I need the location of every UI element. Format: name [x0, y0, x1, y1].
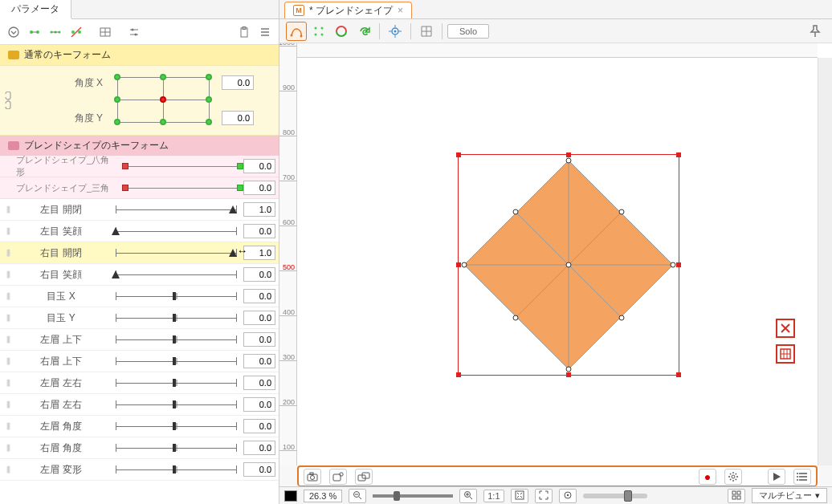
drag-handle-icon[interactable]: ⦀	[3, 399, 13, 410]
drag-handle-icon[interactable]: ⦀	[3, 312, 13, 323]
settings-button[interactable]	[724, 469, 742, 485]
parameter-slider[interactable]: ↔	[112, 246, 240, 259]
menu-icon[interactable]	[256, 23, 274, 41]
curve-tool-icon[interactable]	[331, 22, 352, 41]
parameter-row[interactable]: ⦀目玉 X	[0, 286, 279, 307]
parameter-value[interactable]	[243, 289, 275, 303]
drag-handle-icon[interactable]: ⦀	[3, 204, 13, 215]
color-swatch[interactable]	[284, 490, 297, 502]
slider-thumb[interactable]	[112, 227, 120, 235]
mesh-point[interactable]	[671, 262, 676, 268]
mesh-point[interactable]	[619, 209, 625, 215]
target-tool-icon[interactable]	[385, 22, 406, 41]
node-tool-icon[interactable]	[308, 22, 329, 41]
grid-snap-icon[interactable]	[416, 22, 437, 41]
focus-button[interactable]	[559, 489, 577, 503]
add-3point-icon[interactable]	[47, 23, 64, 41]
vertical-scrollbar[interactable]	[818, 58, 832, 465]
zoom-value[interactable]: 26.3 %	[304, 490, 342, 502]
parameter-value[interactable]	[243, 462, 275, 477]
tab-parameters[interactable]: パラメータ	[0, 0, 71, 19]
slider-thumb[interactable]	[171, 291, 177, 301]
parameter-slider[interactable]	[112, 225, 240, 238]
add-2point-icon[interactable]	[26, 23, 43, 41]
parameter-slider[interactable]	[112, 355, 240, 368]
parameter-row[interactable]: ⦀左眉 角度	[0, 416, 279, 437]
solo-button[interactable]: Solo	[447, 24, 489, 39]
parameter-slider[interactable]	[112, 290, 240, 303]
blendshape-row[interactable]: ブレンドシェイプ_三角	[0, 177, 279, 199]
section-blendshape-keyform[interactable]: ブレンドシェイプのキーフォーム	[0, 136, 279, 156]
sliders-icon[interactable]	[125, 23, 143, 41]
fit-button[interactable]	[511, 489, 528, 503]
parameter-row[interactable]: ⦀右眉 左右	[0, 394, 279, 416]
mesh-point[interactable]	[566, 158, 572, 164]
mesh-point[interactable]	[462, 262, 467, 268]
slider-thumb[interactable]	[112, 270, 120, 278]
slider-thumb[interactable]	[171, 400, 177, 409]
angle-grid[interactable]	[111, 69, 215, 130]
drag-handle-icon[interactable]: ⦀	[3, 226, 13, 237]
drag-handle-icon[interactable]: ⦀	[3, 334, 13, 345]
canvas-viewport[interactable]: 1000900800700600500400300200100	[279, 43, 832, 465]
drag-handle-icon[interactable]: ⦀	[3, 291, 13, 302]
section-normal-keyform[interactable]: 通常のキーフォーム	[0, 45, 279, 65]
parameter-row[interactable]: ⦀右目 笑顔	[0, 264, 279, 286]
slider-thumb[interactable]	[229, 249, 237, 257]
camera-icon[interactable]	[304, 469, 321, 485]
drag-handle-icon[interactable]: ⦀	[3, 377, 13, 388]
remove-point-icon[interactable]	[67, 23, 85, 41]
slider-thumb[interactable]	[171, 443, 177, 453]
slider-thumb[interactable]	[171, 465, 177, 474]
camera-gear-icon[interactable]	[329, 469, 347, 485]
parameter-value[interactable]	[243, 419, 275, 433]
camera-multi-icon[interactable]	[355, 469, 373, 485]
blendshape-row[interactable]: ブレンドシェイプ_八角形	[0, 156, 279, 177]
parameter-value[interactable]	[243, 202, 275, 217]
mesh-point[interactable]	[513, 315, 519, 321]
parameter-row[interactable]: ⦀左目 開閉	[0, 199, 279, 221]
parameter-row[interactable]: ⦀左眉 上下	[0, 329, 279, 351]
parameter-value[interactable]	[243, 246, 275, 260]
parameter-value[interactable]	[243, 311, 275, 325]
mesh-point[interactable]	[566, 262, 572, 268]
mesh-point[interactable]	[566, 367, 572, 372]
grid-small-icon[interactable]	[96, 23, 114, 41]
drag-handle-icon[interactable]: ⦀	[3, 247, 13, 258]
canvas-tab[interactable]: M * ブレンドシェイプ ×	[284, 2, 412, 18]
center-button[interactable]	[535, 489, 553, 503]
close-icon[interactable]: ×	[398, 5, 403, 16]
artpath-tool-icon[interactable]	[286, 22, 307, 41]
parameter-value[interactable]	[243, 224, 275, 238]
drag-handle-icon[interactable]: ⦀	[3, 421, 13, 432]
parameter-value[interactable]	[243, 441, 275, 455]
slider-thumb[interactable]	[171, 313, 177, 323]
drag-handle-icon[interactable]: ⦀	[3, 442, 13, 453]
pin-icon[interactable]	[805, 22, 826, 41]
clipboard-icon[interactable]	[235, 23, 253, 41]
mesh-point[interactable]	[513, 209, 519, 215]
mesh-point[interactable]	[619, 315, 625, 321]
link-icon[interactable]	[0, 69, 14, 132]
angle-x-value[interactable]	[222, 75, 254, 90]
blendshape-slider[interactable]	[125, 165, 240, 168]
drag-handle-icon[interactable]: ⦀	[3, 464, 13, 475]
parameter-slider[interactable]	[112, 420, 240, 433]
slider-thumb[interactable]	[229, 205, 237, 213]
parameter-slider[interactable]	[112, 268, 240, 281]
parameter-row[interactable]: ⦀右眉 上下	[0, 351, 279, 372]
chevron-circle-icon[interactable]	[5, 23, 22, 41]
redo-icon[interactable]	[353, 22, 374, 41]
play-button[interactable]	[768, 469, 785, 485]
drag-handle-icon[interactable]: ⦀	[3, 269, 13, 280]
opacity-slider[interactable]	[583, 494, 647, 498]
parameter-value[interactable]	[243, 376, 275, 390]
record-button[interactable]: ●	[699, 469, 716, 485]
ratio-button[interactable]: 1:1	[483, 490, 504, 502]
parameter-slider[interactable]	[112, 398, 240, 411]
multiview-button[interactable]: マルチビュー ▾	[752, 488, 827, 503]
parameter-value[interactable]	[243, 354, 275, 368]
zoom-slider[interactable]	[373, 494, 453, 498]
zoom-out-button[interactable]	[349, 489, 366, 503]
parameter-row[interactable]: ⦀目玉 Y	[0, 307, 279, 329]
